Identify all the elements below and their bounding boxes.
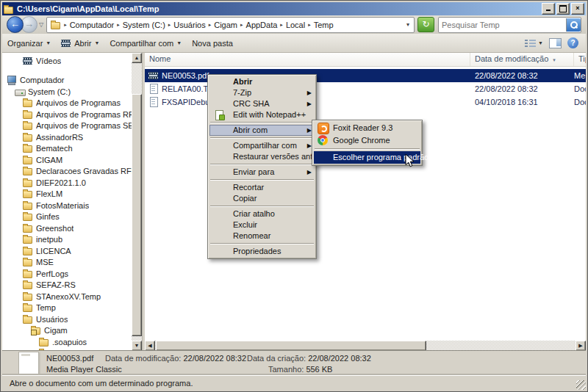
context-menu-item[interactable]: CRC SHA▶	[209, 98, 315, 109]
organize-button[interactable]: Organizar ▼	[2, 37, 56, 50]
tree-item[interactable]: Ginfes	[2, 211, 132, 223]
open-with-menu-item[interactable]: Google Chrome	[314, 134, 420, 147]
tree-item[interactable]: Arquivos de Programas	[2, 98, 132, 109]
tree-item[interactable]: .soapuios	[2, 336, 132, 348]
tree-item[interactable]: FlexLM	[2, 189, 132, 200]
tree-item[interactable]: inetpub	[2, 234, 132, 246]
tree-item[interactable]: Cigam	[2, 325, 132, 337]
chevron-down-icon: ▼	[538, 40, 543, 46]
tree-item[interactable]: PerfLogs	[2, 268, 132, 280]
breadcrumb-item[interactable]: Computador	[70, 21, 115, 29]
tree-item[interactable]: Greenshot	[2, 222, 132, 234]
file-type-cell: Doc	[574, 98, 586, 106]
folder-icon	[23, 257, 33, 267]
tree-item[interactable]: LICENCA	[2, 245, 132, 257]
tree-item-label: Usuários	[36, 315, 68, 324]
breadcrumb-item[interactable]: AppData	[246, 21, 278, 29]
breadcrumb[interactable]: ▸Computador▸System (C:)▸Usuários▸Cigam▸A…	[46, 17, 415, 33]
address-folder-icon	[51, 20, 61, 30]
tree-item[interactable]: DIEF2021.1.0	[2, 177, 132, 189]
share-button[interactable]: Compartilhar com ▼	[104, 37, 187, 50]
tree-item[interactable]: FotosMateriais	[2, 200, 132, 211]
column-header-modified[interactable]: Data de modificação▾	[470, 53, 574, 66]
scroll-down-icon[interactable]: ▼	[132, 341, 142, 351]
tree-item[interactable]: Arquivos de Programas SEF-MG	[2, 120, 132, 132]
nav-history-chevron-icon[interactable]: ▽	[39, 21, 43, 28]
breadcrumb-separator-icon: ▸	[280, 22, 283, 28]
breadcrumb-item[interactable]: System (C:)	[123, 21, 165, 29]
context-menu-item[interactable]: Propriedades	[209, 246, 315, 257]
film-icon	[148, 70, 159, 81]
tree-item[interactable]: AssinadorRS	[2, 131, 132, 143]
open-app-icon	[61, 38, 71, 48]
breadcrumb-item[interactable]: Usuários	[173, 21, 205, 29]
tree-item-label: Computador	[20, 76, 65, 84]
hscroll-thumb[interactable]	[156, 341, 426, 351]
tree-item[interactable]: Temp	[2, 302, 132, 314]
chrome-icon	[318, 135, 328, 145]
scroll-up-icon[interactable]: ▲	[132, 53, 142, 63]
context-menu-item[interactable]: Compartilhar com▶	[209, 140, 315, 151]
modified-label: Data de modificação:	[105, 354, 181, 363]
created-value: 22/08/2022 08:32	[308, 354, 371, 363]
folder-icon	[23, 200, 33, 211]
tree-item[interactable]: Usuários	[2, 313, 132, 325]
search-icon[interactable]	[566, 18, 581, 32]
tree-scrollbar[interactable]: ▲ ▼	[132, 53, 142, 351]
column-header-name[interactable]: Nome	[145, 53, 470, 66]
context-menu-item[interactable]: Criar atalho	[209, 208, 315, 219]
maximize-button[interactable]	[556, 3, 570, 15]
context-menu-item[interactable]: Enviar para▶	[209, 167, 315, 178]
submenu-arrow-icon: ▶	[307, 167, 312, 178]
breadcrumb-separator-icon: ▸	[209, 22, 212, 28]
help-icon[interactable]: ?	[567, 37, 578, 48]
scroll-right-icon[interactable]: ▶	[576, 341, 586, 351]
context-menu-item[interactable]: Abrir com▶	[209, 125, 315, 136]
refresh-button[interactable]: ↻	[417, 17, 434, 32]
modified-value: 22/08/2022 08:32	[183, 354, 246, 363]
open-button[interactable]: Abrir ▼	[56, 36, 104, 51]
breadcrumb-item[interactable]: Local	[286, 21, 305, 29]
tree-item[interactable]: Bematech	[2, 143, 132, 155]
context-menu-item[interactable]: Recortar	[209, 182, 315, 193]
menu-item-label: Escolher programa padrão...	[333, 153, 435, 161]
tree-item-label: DIEF2021.1.0	[36, 178, 86, 187]
context-menu-item[interactable]: Abrir	[209, 76, 315, 87]
context-menu-item[interactable]: Renomear	[209, 231, 315, 242]
context-menu-item[interactable]: Copiar	[209, 193, 315, 204]
tree-item[interactable]: CIGAM	[2, 154, 132, 166]
tree-item[interactable]: Computador	[2, 75, 132, 87]
context-menu-item[interactable]: 7-Zip▶	[209, 87, 315, 98]
context-menu-item[interactable]: Excluir	[209, 219, 315, 231]
address-dropdown-icon[interactable]: ▾	[402, 21, 414, 28]
foxit-icon	[318, 123, 329, 134]
close-button[interactable]: ×	[571, 3, 584, 15]
menu-item-label: CRC SHA	[233, 99, 270, 108]
breadcrumb-item[interactable]: Temp	[314, 21, 334, 29]
tree-item[interactable]: SEFAZ-RS	[2, 280, 132, 291]
tree-item-label: Ginfes	[36, 212, 60, 221]
column-header-type[interactable]: Tipo	[574, 53, 586, 66]
back-button[interactable]: ←	[7, 16, 24, 33]
tree-scroll-thumb[interactable]	[132, 94, 142, 336]
minimize-button[interactable]	[542, 3, 555, 15]
scroll-left-icon[interactable]: ◀	[145, 341, 155, 351]
tree-item-label: LICENCA	[36, 247, 71, 255]
breadcrumb-item[interactable]: Cigam	[214, 21, 237, 29]
views-button[interactable]: ▼	[525, 39, 543, 47]
tree-item[interactable]: Vídeos	[2, 55, 132, 67]
new-folder-button[interactable]: Nova pasta	[187, 37, 238, 50]
search-input[interactable]	[439, 21, 566, 29]
tree-item[interactable]: Arquivos de Programas RFB	[2, 109, 132, 120]
tree-item[interactable]: System (C:)	[2, 86, 132, 98]
context-menu-item[interactable]: Restaurar versões anteriores	[209, 151, 315, 162]
file-list-hscrollbar[interactable]: ◀ ▶	[145, 341, 586, 351]
context-menu-item[interactable]: Edit with Notepad++	[209, 109, 315, 120]
preview-pane-icon[interactable]	[549, 38, 562, 48]
column-header-modified-label: Data de modificação	[475, 54, 548, 63]
tree-item[interactable]: MSE	[2, 257, 132, 269]
open-with-menu-item[interactable]: Foxit Reader 9.3	[314, 122, 420, 134]
tree-item[interactable]: Declaracoes Gravadas RFB	[2, 166, 132, 178]
resize-grip[interactable]	[576, 380, 586, 390]
tree-item[interactable]: STAnexoXV.Temp	[2, 291, 132, 302]
